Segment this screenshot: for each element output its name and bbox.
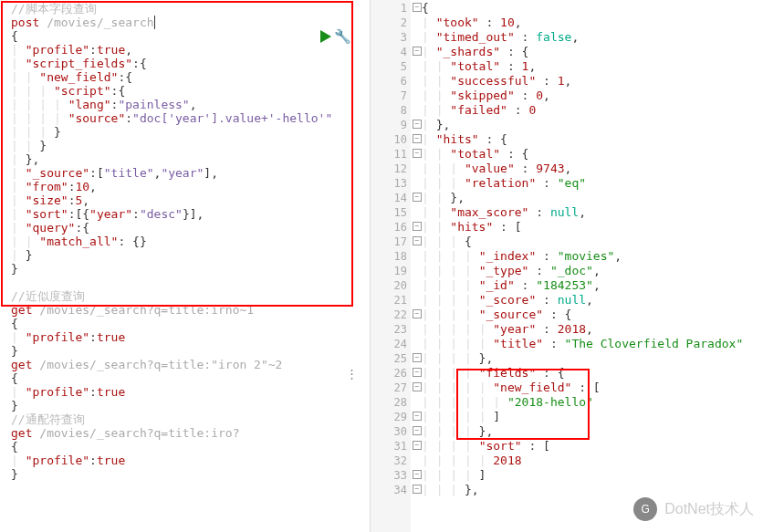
response-line[interactable]: | | | | "sort" : [ (422, 439, 759, 454)
response-line[interactable]: | | | | "_type" : "_doc", (422, 264, 759, 278)
code-line[interactable]: } (4, 262, 366, 276)
watermark-text: DotNet技术人 (664, 500, 754, 519)
response-line[interactable]: | | | | ] (422, 468, 759, 483)
code-line[interactable]: | "size":5, (4, 193, 366, 207)
response-line[interactable]: | | | | | ] (422, 410, 759, 424)
code-line[interactable]: | "_source":["title","year"], (4, 166, 366, 180)
request-line[interactable]: post /movies/_search (4, 16, 366, 29)
line-number: 21 (371, 293, 411, 308)
response-line[interactable]: | | | | "_score" : null, (422, 293, 759, 308)
code-line[interactable]: | | | } (4, 125, 366, 139)
response-line[interactable]: | "hits" : { (422, 132, 759, 147)
comment-line[interactable]: //近似度查询 (4, 289, 366, 303)
line-number: 27− (371, 381, 411, 395)
line-gutter: 1−234−56789−10−11−121314−1516−17−1819202… (371, 0, 411, 532)
code-line[interactable]: | "script_fields":{ (4, 57, 366, 70)
request-line[interactable]: get /movies/_search?q=title:iro? (4, 426, 366, 440)
code-line[interactable]: | "profile":true, (4, 43, 366, 57)
code-line[interactable]: } (4, 344, 366, 358)
response-line[interactable]: | | "skipped" : 0, (422, 89, 759, 103)
watermark-logo: G (633, 497, 657, 521)
line-number: 2 (371, 16, 411, 30)
code-line[interactable]: | "profile":true (4, 330, 366, 344)
code-line[interactable]: | "query":{ (4, 221, 366, 235)
code-line[interactable]: | | | "script":{ (4, 84, 366, 98)
response-line[interactable]: | | | "value" : 9743, (422, 162, 759, 176)
response-line[interactable]: | | "total" : 1, (422, 59, 759, 74)
response-line[interactable]: | | "failed" : 0 (422, 103, 759, 118)
response-line[interactable]: | | | | }, (422, 351, 759, 366)
code-line[interactable]: | | } (4, 139, 366, 152)
collapse-dots-icon[interactable]: ⋮ (346, 367, 359, 381)
code-line[interactable]: } (4, 467, 366, 481)
line-number: 29− (371, 410, 411, 424)
line-number: 7 (371, 89, 411, 103)
response-line[interactable]: | }, (422, 118, 759, 132)
line-number: 17− (371, 235, 411, 249)
response-line[interactable]: | | | | }, (422, 424, 759, 439)
request-pane[interactable]: //脚本字段查询post /movies/_search{| "profile"… (0, 0, 371, 532)
request-line[interactable]: get /movies/_search?q=title:"iron 2"~2 (4, 358, 366, 371)
response-pane[interactable]: 1−234−56789−10−11−121314−1516−17−1819202… (371, 0, 763, 532)
response-line[interactable]: | | "total" : { (422, 147, 759, 162)
response-line[interactable]: | | "hits" : [ (422, 220, 759, 235)
code-line[interactable]: | }, (4, 152, 366, 166)
code-line[interactable]: | | | | "source":"doc['year'].value+'-he… (4, 111, 366, 125)
line-number: 25− (371, 351, 411, 366)
response-line[interactable]: | | | | | | "2018-hello" (422, 395, 759, 410)
app-root: //脚本字段查询post /movies/_search{| "profile"… (0, 0, 763, 532)
response-line[interactable]: | | | | | "year" : 2018, (422, 322, 759, 337)
line-number: 28 (371, 395, 411, 410)
code-line[interactable]: { (4, 29, 366, 43)
code-line[interactable]: | | "new_field":{ (4, 70, 366, 84)
code-line[interactable]: | "sort":[{"year":"desc"}], (4, 207, 366, 221)
line-number: 31− (371, 439, 411, 454)
line-number: 10− (371, 132, 411, 147)
code-line[interactable]: | "profile":true (4, 385, 366, 399)
response-line[interactable]: | | | "relation" : "eq" (422, 176, 759, 191)
watermark: G DotNet技术人 (633, 497, 754, 521)
run-button[interactable] (320, 30, 331, 43)
code-line[interactable] (4, 276, 366, 289)
code-line[interactable]: { (4, 371, 366, 385)
response-line[interactable]: | | "max_score" : null, (422, 205, 759, 220)
line-number: 4− (371, 45, 411, 59)
line-number: 34− (371, 483, 411, 497)
code-line[interactable]: } (4, 399, 366, 412)
response-line[interactable]: | | | | "fields" : { (422, 366, 759, 381)
response-line[interactable]: | | | | | "new_field" : [ (422, 381, 759, 395)
response-line[interactable]: | "timed_out" : false, (422, 30, 759, 45)
response-line[interactable]: { (422, 1, 759, 16)
line-number: 24 (371, 337, 411, 351)
response-line[interactable]: | "_shards" : { (422, 45, 759, 59)
comment-line[interactable]: //通配符查询 (4, 412, 366, 426)
request-line[interactable]: get /movies/_search?q=title:irno~1 (4, 303, 366, 317)
response-line[interactable]: | | | { (422, 235, 759, 249)
code-line[interactable]: | | | | "lang":"painless", (4, 98, 366, 111)
code-line[interactable]: | | "match_all": {} (4, 235, 366, 248)
code-line[interactable]: { (4, 317, 366, 330)
response-line[interactable]: | | | | "_index" : "movies", (422, 249, 759, 264)
response-line[interactable]: | | | | | 2018 (422, 454, 759, 468)
response-line[interactable]: | | | }, (422, 483, 759, 497)
line-number: 8 (371, 103, 411, 118)
response-line[interactable]: | | | | "_id" : "184253", (422, 278, 759, 293)
response-line[interactable]: | | }, (422, 191, 759, 205)
wrench-icon[interactable]: 🔧 (334, 28, 351, 45)
response-line[interactable]: | | | | | "title" : "The Cloverfield Par… (422, 337, 759, 351)
code-line[interactable]: | "from":10, (4, 180, 366, 193)
response-line[interactable]: | | "successful" : 1, (422, 74, 759, 89)
code-line[interactable]: | } (4, 248, 366, 262)
request-editor[interactable]: //脚本字段查询post /movies/_search{| "profile"… (0, 0, 370, 483)
response-line[interactable]: | | | | "_source" : { (422, 308, 759, 322)
line-number: 30− (371, 424, 411, 439)
code-line[interactable]: { (4, 440, 366, 454)
line-number: 22− (371, 308, 411, 322)
response-viewer[interactable]: {| "took" : 10,| "timed_out" : false,| "… (411, 0, 763, 532)
comment-line[interactable]: //脚本字段查询 (4, 2, 366, 16)
line-number: 11− (371, 147, 411, 162)
line-number: 15 (371, 205, 411, 220)
response-line[interactable]: | "took" : 10, (422, 16, 759, 30)
line-number: 23 (371, 322, 411, 337)
code-line[interactable]: | "profile":true (4, 454, 366, 467)
